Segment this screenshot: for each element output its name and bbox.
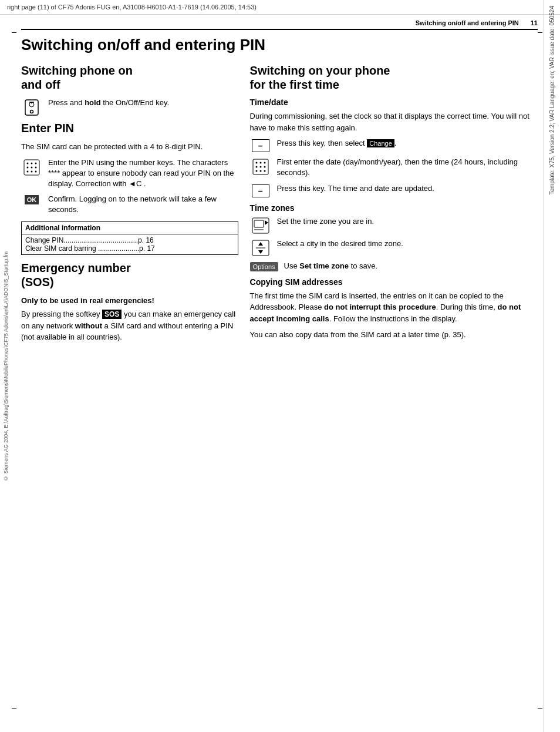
time-update-text: Press this key. The time and date are up… bbox=[277, 183, 538, 194]
phone-icon-cell bbox=[21, 98, 42, 116]
keypad-date-row: First enter the date (day/month/year), t… bbox=[250, 157, 538, 178]
timezone-icon-2 bbox=[252, 240, 269, 256]
page-mark-top-left bbox=[12, 32, 16, 33]
svg-point-11 bbox=[35, 166, 37, 168]
keypad-date-cell bbox=[250, 157, 271, 176]
top-bar: right page (11) of CF75 Adonis FUG en, A… bbox=[0, 0, 560, 15]
minus-key-row-1: – Press this key, then select Change. bbox=[250, 138, 538, 152]
subsection-title-sim: Copying SIM addresses bbox=[250, 277, 538, 287]
right-column: Switching on your phonefor the first tim… bbox=[250, 63, 538, 347]
svg-point-23 bbox=[259, 170, 261, 172]
date-entry-text: First enter the date (day/month/year), t… bbox=[277, 157, 538, 178]
info-box: Additional information Change PIN.......… bbox=[21, 221, 238, 255]
left-column: Switching phone onand off Press bbox=[21, 63, 238, 347]
sos-badge: SOS bbox=[102, 310, 122, 319]
timezone-icon-1 bbox=[252, 217, 269, 234]
pin-entry-text: Enter the PIN using the number keys. The… bbox=[48, 157, 238, 190]
svg-point-22 bbox=[255, 170, 257, 172]
info-box-body: Change PIN..............................… bbox=[22, 234, 238, 254]
minus-key-cell-2: – bbox=[250, 183, 271, 197]
keypad-icon-cell bbox=[21, 157, 42, 176]
emergency-body: By pressing the softkey SOS you can make… bbox=[21, 308, 238, 343]
left-sidebar: © Siemens AG 2004, E:\Auftrag\Siemens\Mo… bbox=[0, 0, 12, 732]
emergency-subtitle: Only to be used in real emergencies! bbox=[21, 295, 238, 307]
ok-icon-cell: OK bbox=[21, 194, 42, 204]
page-mark-bottom-left bbox=[12, 708, 16, 709]
subsection-time-zones: Time zones Set the t bbox=[250, 203, 538, 271]
page-number: 11 bbox=[531, 19, 538, 26]
subsection-title-timedate: Time/date bbox=[250, 98, 538, 107]
timezone-text-2: Select a city in the desired time zone. bbox=[277, 239, 538, 249]
section-emergency: Emergency number(SOS) Only to be used in… bbox=[21, 261, 238, 343]
two-column-layout: Switching phone onand off Press bbox=[21, 63, 538, 347]
page-mark-top-right bbox=[538, 32, 542, 33]
timezone-text-1: Set the time zone you are in. bbox=[277, 216, 538, 227]
left-sidebar-text: © Siemens AG 2004, E:\Auftrag\Siemens\Mo… bbox=[3, 251, 9, 481]
timezone-icon-cell-1 bbox=[250, 216, 271, 234]
section-first-time: Switching on your phonefor the first tim… bbox=[250, 63, 538, 341]
svg-marker-27 bbox=[265, 220, 268, 225]
svg-point-21 bbox=[264, 166, 265, 168]
svg-rect-26 bbox=[254, 220, 264, 227]
info-box-row-2: Clear SIM card barring .................… bbox=[25, 244, 234, 253]
sim-body-2: You can also copy data from the SIM card… bbox=[250, 329, 538, 341]
subsection-time-date: Time/date During commissioning, set the … bbox=[250, 98, 538, 197]
phone-on-off-text: Press and hold the On/Off/End key. bbox=[48, 98, 238, 108]
ok-icon-row: OK Confirm. Logging on to the network wi… bbox=[21, 194, 238, 215]
power-phone-icon bbox=[23, 99, 41, 116]
svg-point-19 bbox=[255, 166, 257, 168]
info-box-header: Additional information bbox=[22, 222, 238, 234]
svg-point-13 bbox=[31, 170, 33, 172]
timedate-intro: During commissioning, set the clock so t… bbox=[250, 110, 538, 133]
chapter-title: Switching on/off and entering PIN bbox=[21, 36, 538, 54]
svg-marker-30 bbox=[258, 242, 263, 246]
section-title-emergency: Emergency number(SOS) bbox=[21, 261, 238, 289]
ok-confirm-text: Confirm. Logging on to the network will … bbox=[48, 194, 238, 215]
keypad-icon-row: Enter the PIN using the number keys. The… bbox=[21, 157, 238, 190]
keypad-icon-date bbox=[252, 158, 269, 176]
section-title-pin: Enter PIN bbox=[21, 121, 238, 135]
svg-point-14 bbox=[35, 170, 37, 172]
info-row2-label: Clear SIM card barring .................… bbox=[25, 244, 155, 253]
section-enter-pin: Enter PIN The SIM card can be protected … bbox=[21, 121, 238, 254]
svg-point-16 bbox=[255, 162, 257, 164]
options-text: Use Set time zone to save. bbox=[284, 261, 538, 271]
pin-intro-text: The SIM card can be protected with a 4 t… bbox=[21, 141, 238, 153]
press-key-change-text: Press this key, then select Change. bbox=[277, 138, 538, 149]
timezone-row-1: Set the time zone you are in. bbox=[250, 216, 538, 234]
sim-body-1: The first time the SIM card is inserted,… bbox=[250, 290, 538, 325]
top-bar-text: right page (11) of CF75 Adonis FUG en, A… bbox=[7, 4, 257, 11]
page-header: Switching on/off and entering PIN 11 bbox=[21, 15, 538, 30]
svg-point-24 bbox=[264, 170, 265, 172]
svg-marker-31 bbox=[258, 250, 263, 254]
minus-key-row-2: – Press this key. The time and date are … bbox=[250, 183, 538, 197]
minus-key-icon-2: – bbox=[252, 184, 269, 197]
change-badge: Change bbox=[367, 139, 394, 147]
options-icon-cell: Options bbox=[250, 261, 278, 271]
page-mark-bottom-right bbox=[538, 708, 542, 709]
svg-point-12 bbox=[27, 170, 29, 172]
info-row1-label: Change PIN..............................… bbox=[25, 236, 154, 244]
svg-point-18 bbox=[264, 162, 265, 164]
svg-point-9 bbox=[27, 166, 29, 168]
right-sidebar: Template: X75, Version 2.2; VAR Language… bbox=[544, 0, 560, 732]
section-title-switching: Switching phone onand off bbox=[21, 63, 238, 92]
timezone-icon-cell-2 bbox=[250, 239, 271, 256]
timezone-row-2: Select a city in the desired time zone. bbox=[250, 239, 538, 256]
options-row: Options Use Set time zone to save. bbox=[250, 261, 538, 271]
svg-point-8 bbox=[35, 162, 37, 164]
minus-key-cell-1: – bbox=[250, 138, 271, 152]
right-sidebar-text: Template: X75, Version 2.2; VAR Language… bbox=[548, 6, 556, 195]
ok-icon: OK bbox=[25, 195, 39, 204]
options-badge: Options bbox=[250, 262, 278, 271]
svg-point-10 bbox=[31, 166, 33, 168]
page-header-title: Switching on/off and entering PIN bbox=[416, 19, 519, 26]
svg-point-1 bbox=[31, 110, 33, 113]
svg-point-17 bbox=[259, 162, 261, 164]
subsection-title-timezones: Time zones bbox=[250, 203, 538, 213]
svg-point-6 bbox=[27, 162, 29, 164]
keypad-icon bbox=[23, 159, 41, 176]
main-content: Switching on/off and entering PIN 11 Swi… bbox=[16, 15, 542, 348]
info-box-row-1: Change PIN..............................… bbox=[25, 236, 234, 244]
subsection-sim-addresses: Copying SIM addresses The first time the… bbox=[250, 277, 538, 341]
